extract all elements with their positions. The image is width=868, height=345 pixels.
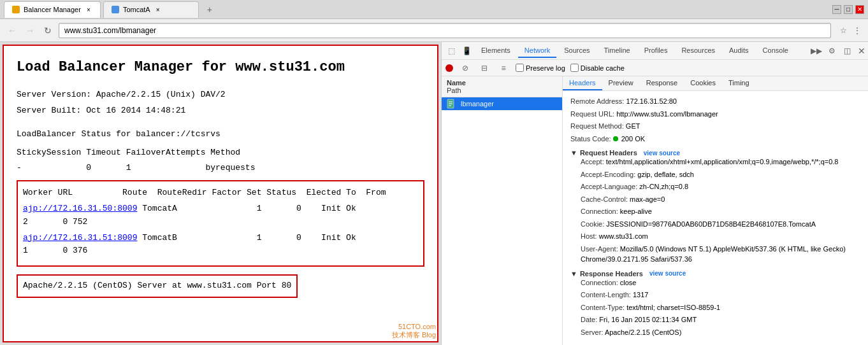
devtools-dock-icon[interactable]: ◫ <box>840 44 854 58</box>
tab-favicon-2 <box>112 6 119 13</box>
expand-button[interactable]: ≡ <box>496 61 510 75</box>
detail-request-method: Request Method: GET <box>570 121 860 132</box>
details-tab-timing[interactable]: Timing <box>722 76 756 90</box>
tab-close-1[interactable]: × <box>85 6 92 13</box>
detail-request-url: Request URL: http://www.stu31.com/lbmana… <box>570 109 860 120</box>
devtools-tab-resources[interactable]: Resources <box>675 44 721 58</box>
reload-button[interactable]: ↻ <box>41 24 55 38</box>
minimize-button[interactable]: ─ <box>832 5 841 14</box>
devtools-tab-audits[interactable]: Audits <box>723 44 755 58</box>
details-tab-preview[interactable]: Preview <box>602 76 640 90</box>
close-button[interactable]: ✕ <box>855 5 864 14</box>
response-headers-section: ▼ Response Headers view source Connectio… <box>570 270 860 338</box>
detail-content-length: Content-Length: 1317 <box>581 290 860 300</box>
detail-accept-language: Accept-Language: zh-CN,zh;q=0.8 <box>581 181 860 192</box>
details-tab-cookies[interactable]: Cookies <box>684 76 722 90</box>
request-name: lbmanager <box>457 97 498 110</box>
details-tab-response[interactable]: Response <box>640 76 684 90</box>
detail-content-type: Content-Type: text/html; charset=ISO-885… <box>581 302 860 313</box>
title-bar: Balancer Manager × TomcatA × + ─ □ ✕ <box>0 0 868 19</box>
worker-url-2[interactable]: ajp://172.16.31.51:8009 <box>23 233 137 243</box>
address-input[interactable] <box>59 23 831 38</box>
detail-accept-encoding: Accept-Encoding: gzip, deflate, sdch <box>581 169 860 180</box>
worker-row-1: ajp://172.16.31.50:8009 TomcatA 1 0 Init… <box>23 202 418 229</box>
detail-accept: Accept: text/html,application/xhtml+xml,… <box>581 157 860 167</box>
network-list-header: NamePath <box>442 76 562 97</box>
request-headers-content: Accept: text/html,application/xhtml+xml,… <box>570 157 860 265</box>
page-content: Load Balancer Manager for www.stu31.com … <box>3 45 438 342</box>
devtools-close-icon[interactable]: ✕ <box>858 46 865 56</box>
clear-button[interactable]: ⊘ <box>458 61 472 75</box>
col-name-header: NamePath <box>442 78 562 95</box>
detail-cache-control: Cache-Control: max-age=0 <box>581 194 860 205</box>
disable-cache-label[interactable]: Disable cache <box>570 64 625 72</box>
response-headers-toggle: ▼ <box>570 270 577 278</box>
devtools-inspect-icon[interactable]: ⬚ <box>444 44 458 58</box>
table-header: Worker URL Route RouteRedir Factor Set S… <box>23 187 418 200</box>
preserve-log-checkbox[interactable] <box>516 64 524 72</box>
back-button[interactable]: ← <box>5 24 19 38</box>
filter-button[interactable]: ⊟ <box>477 61 491 75</box>
page-wrapper: Load Balancer Manager for www.stu31.com … <box>0 42 441 345</box>
network-request-list: NamePath lbmanager <box>442 76 563 345</box>
request-type-icon <box>445 98 457 109</box>
devtools-tab-timeline[interactable]: Timeline <box>598 44 637 58</box>
network-list-row[interactable]: lbmanager <box>442 97 562 111</box>
detail-connection: Connection: keep-alive <box>581 206 860 217</box>
balancer-title: LoadBalancer Status for balancer://tcsrv… <box>17 128 424 141</box>
devtools-expand-icon[interactable]: ▶▶ <box>809 44 823 58</box>
request-headers-title: ▼ Request Headers view source <box>570 149 860 157</box>
devtools-tab-elements[interactable]: Elements <box>475 44 517 58</box>
response-headers-title: ▼ Response Headers view source <box>570 270 860 278</box>
detail-cookie: Cookie: JSESSIONID=98776AD0AB60DB71D58B4… <box>581 219 860 230</box>
devtools-tab-network[interactable]: Network <box>518 44 556 58</box>
tab-balancer-manager[interactable]: Balancer Manager × <box>4 1 101 18</box>
tab-title-1: Balancer Manager <box>24 6 81 13</box>
sticky-row: - 0 1 byrequests <box>17 162 424 175</box>
view-source-request[interactable]: view source <box>644 150 680 157</box>
devtools-tab-profiles[interactable]: Profiles <box>638 44 674 58</box>
maximize-button[interactable]: □ <box>844 5 853 14</box>
devtools-settings-icon[interactable]: ⚙ <box>825 44 839 58</box>
devtools-mobile-icon[interactable]: 📱 <box>459 44 474 58</box>
details-content: Remote Address: 172.16.31.52:80 Request … <box>563 91 868 345</box>
devtools-tab-console[interactable]: Console <box>756 44 795 58</box>
detail-server: Server: Apache/2.2.15 (CentOS) <box>581 327 860 338</box>
server-version: Server Version: Apache/2.2.15 (Unix) DAV… <box>17 88 424 102</box>
server-built: Server Built: Oct 16 2014 14:48:21 <box>17 104 424 118</box>
sticky-header: StickySession Timeout FailoverAttempts M… <box>17 146 424 160</box>
preserve-log-label[interactable]: Preserve log <box>516 64 565 72</box>
request-headers-toggle: ▼ <box>570 149 577 157</box>
forward-button[interactable]: → <box>23 24 37 38</box>
network-toolbar: ⊘ ⊟ ≡ Preserve log Disable cache <box>442 60 868 76</box>
detail-date: Date: Fri, 16 Jan 2015 02:11:34 GMT <box>581 314 860 325</box>
devtools-tab-sources[interactable]: Sources <box>558 44 596 58</box>
worker-url-1[interactable]: ajp://172.16.31.50:8009 <box>23 204 137 213</box>
bookmark-icon[interactable]: ☆ <box>837 25 849 36</box>
tab-favicon-1 <box>12 6 20 13</box>
detail-resp-connection: Connection: close <box>581 278 860 288</box>
address-bar: ← → ↻ ☆ ⋮ <box>0 19 868 42</box>
request-headers-section: ▼ Request Headers view source Accept: te… <box>570 149 860 265</box>
footer-text: Apache/2.2.15 (CentOS) Server at www.stu… <box>23 281 291 290</box>
disable-cache-checkbox[interactable] <box>570 64 579 72</box>
detail-remote-address: Remote Address: 172.16.31.52:80 <box>570 96 860 107</box>
preserve-log-text: Preserve log <box>526 64 565 72</box>
tab-title-2: TomcatA <box>123 6 150 13</box>
devtools-panel: ⬚ 📱 Elements Network Sources Timeline Pr… <box>441 42 868 345</box>
record-button[interactable] <box>445 64 453 72</box>
detail-user-agent: User-Agent: Mozilla/5.0 (Windows NT 5.1)… <box>581 244 860 265</box>
new-tab-button[interactable]: + <box>201 1 218 18</box>
page-title: Load Balancer Manager for www.stu31.com <box>17 56 424 78</box>
tab-tomcat-a[interactable]: TomcatA × <box>103 1 199 18</box>
details-tab-headers[interactable]: Headers <box>563 76 602 90</box>
window-controls: ─ □ ✕ <box>832 5 864 14</box>
disable-cache-text: Disable cache <box>581 64 625 72</box>
settings-icon[interactable]: ⋮ <box>851 25 863 36</box>
address-right-icons: ☆ ⋮ <box>837 25 863 36</box>
details-tabs: Headers Preview Response Cookies Timing <box>563 76 868 91</box>
detail-host: Host: www.stu31.com <box>581 231 860 242</box>
main-area: Load Balancer Manager for www.stu31.com … <box>0 42 868 345</box>
view-source-response[interactable]: view source <box>649 270 686 277</box>
tab-close-2[interactable]: × <box>154 6 162 13</box>
